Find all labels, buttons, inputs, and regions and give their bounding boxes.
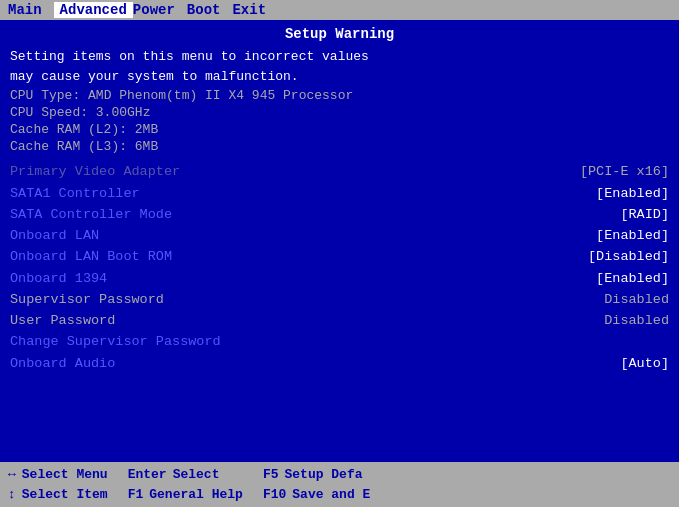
setting-label-8: Change Supervisor Password xyxy=(10,332,221,352)
setting-row-0: Primary Video Adapter[PCI-E x16] xyxy=(10,162,669,182)
status-key-enter: Enter xyxy=(128,465,167,485)
setting-label-7: User Password xyxy=(10,311,115,331)
status-enter-select: Enter Select xyxy=(128,465,243,485)
status-col-3: F5 Setup Defa F10 Save and E xyxy=(263,465,370,504)
menu-item-exit[interactable]: Exit xyxy=(232,2,278,18)
cpu-speed-value: : 3.00GHz xyxy=(80,105,150,120)
cache-l3-row: Cache RAM (L3): 6MB xyxy=(10,139,669,154)
setting-value-1: [Enabled] xyxy=(596,184,669,204)
cpu-type-label: CPU Type xyxy=(10,88,72,103)
setting-row-9[interactable]: Onboard Audio[Auto] xyxy=(10,354,669,374)
setting-row-6: Supervisor PasswordDisabled xyxy=(10,290,669,310)
main-content: Setup Warning Setting items on this menu… xyxy=(0,20,679,462)
warning-line1: Setting items on this menu to incorrect … xyxy=(10,48,669,66)
setting-value-4: [Disabled] xyxy=(588,247,669,267)
cpu-speed-row: CPU Speed: 3.00GHz xyxy=(10,105,669,120)
settings-area: Primary Video Adapter[PCI-E x16]SATA1 Co… xyxy=(10,162,669,374)
status-col-1: ↔ Select Menu ↕ Select Item xyxy=(8,465,108,504)
status-f1-help: F1 General Help xyxy=(128,485,243,505)
setting-label-2: SATA Controller Mode xyxy=(10,205,172,225)
setting-row-7: User PasswordDisabled xyxy=(10,311,669,331)
setting-value-2: [RAID] xyxy=(620,205,669,225)
status-label-save-and: Save and E xyxy=(292,485,370,505)
menu-item-advanced[interactable]: Advanced xyxy=(54,2,133,18)
menu-item-boot[interactable]: Boot xyxy=(187,2,233,18)
status-label-select: Select xyxy=(173,465,220,485)
setting-value-0: [PCI-E x16] xyxy=(580,162,669,182)
setting-row-5[interactable]: Onboard 1394[Enabled] xyxy=(10,269,669,289)
setting-label-1: SATA1 Controller xyxy=(10,184,140,204)
setting-value-5: [Enabled] xyxy=(596,269,669,289)
menu-item-main[interactable]: Main xyxy=(8,2,54,18)
status-label-general-help: General Help xyxy=(149,485,243,505)
warning-line2: may cause your system to malfunction. xyxy=(10,68,669,86)
setting-row-8[interactable]: Change Supervisor Password xyxy=(10,332,669,352)
setting-label-4: Onboard LAN Boot ROM xyxy=(10,247,172,267)
cache-l2-value: : 2MB xyxy=(119,122,158,137)
menu-item-power[interactable]: Power xyxy=(133,2,187,18)
setting-row-2[interactable]: SATA Controller Mode[RAID] xyxy=(10,205,669,225)
cache-l3-value: : 6MB xyxy=(119,139,158,154)
setting-label-5: Onboard 1394 xyxy=(10,269,107,289)
setting-value-9: [Auto] xyxy=(620,354,669,374)
status-select-item: ↕ Select Item xyxy=(8,485,108,505)
status-label-select-menu: Select Menu xyxy=(22,465,108,485)
setting-label-6: Supervisor Password xyxy=(10,290,164,310)
status-key-f5: F5 xyxy=(263,465,279,485)
cpu-type-value: : AMD Phenom(tm) II X4 945 Processor xyxy=(72,88,353,103)
setting-row-3[interactable]: Onboard LAN[Enabled] xyxy=(10,226,669,246)
status-key-f1: F1 xyxy=(128,485,144,505)
cache-l3-label: Cache RAM (L3) xyxy=(10,139,119,154)
status-select-menu: ↔ Select Menu xyxy=(8,465,108,485)
setting-row-4[interactable]: Onboard LAN Boot ROM[Disabled] xyxy=(10,247,669,267)
status-f5-setup: F5 Setup Defa xyxy=(263,465,370,485)
setting-value-7: Disabled xyxy=(604,311,669,331)
status-key-updown: ↕ xyxy=(8,485,16,505)
status-col-2: Enter Select F1 General Help xyxy=(128,465,243,504)
cache-l2-label: Cache RAM (L2) xyxy=(10,122,119,137)
cpu-type-row: CPU Type: AMD Phenom(tm) II X4 945 Proce… xyxy=(10,88,669,103)
status-label-select-item: Select Item xyxy=(22,485,108,505)
setting-value-3: [Enabled] xyxy=(596,226,669,246)
setting-value-6: Disabled xyxy=(604,290,669,310)
setting-label-9: Onboard Audio xyxy=(10,354,115,374)
cpu-speed-label: CPU Speed xyxy=(10,105,80,120)
status-key-arrows: ↔ xyxy=(8,465,16,485)
setting-row-1[interactable]: SATA1 Controller[Enabled] xyxy=(10,184,669,204)
status-bar: ↔ Select Menu ↕ Select Item Enter Select… xyxy=(0,462,679,507)
status-key-f10: F10 xyxy=(263,485,286,505)
status-label-setup-defa: Setup Defa xyxy=(284,465,362,485)
setting-label-3: Onboard LAN xyxy=(10,226,99,246)
warning-title: Setup Warning xyxy=(10,26,669,42)
status-f10-save: F10 Save and E xyxy=(263,485,370,505)
menu-bar: Main Advanced Power Boot Exit xyxy=(0,0,679,20)
bios-screen: Main Advanced Power Boot Exit Setup Warn… xyxy=(0,0,679,507)
cache-l2-row: Cache RAM (L2): 2MB xyxy=(10,122,669,137)
setting-label-0: Primary Video Adapter xyxy=(10,162,180,182)
